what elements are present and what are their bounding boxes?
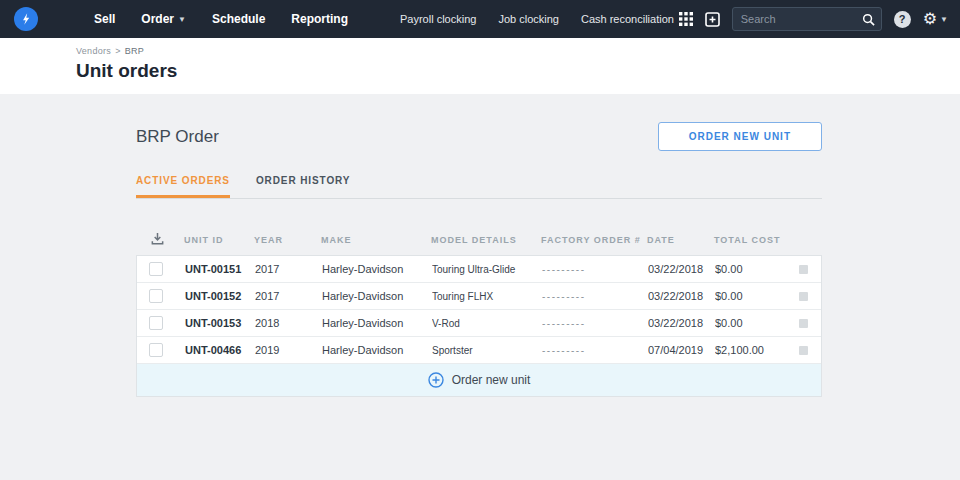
global-search xyxy=(732,7,882,31)
row-checkbox[interactable] xyxy=(149,262,163,276)
section-header: BRP Order ORDER NEW UNIT xyxy=(136,122,822,151)
search-input[interactable] xyxy=(741,13,862,25)
col-model-details: MODEL DETAILS xyxy=(431,235,541,245)
cell-year: 2018 xyxy=(255,317,322,329)
apps-grid-icon[interactable] xyxy=(679,12,693,26)
cell-make: Harley-Davidson xyxy=(322,290,432,302)
quick-add-icon[interactable] xyxy=(705,12,720,27)
table-row: UNT-00152 2017 Harley-Davidson Touring F… xyxy=(137,283,821,310)
order-new-unit-row-label: Order new unit xyxy=(452,373,531,387)
lightning-icon xyxy=(19,12,33,26)
help-label: ? xyxy=(899,13,906,25)
cell-make: Harley-Davidson xyxy=(322,344,432,356)
cell-unit-id[interactable]: UNT-00153 xyxy=(185,317,255,329)
gear-icon: ⚙ xyxy=(923,11,937,27)
row-action-icon[interactable] xyxy=(799,265,808,274)
primary-nav: Sell Order▼ Schedule Reporting xyxy=(94,12,348,26)
nav-item-order-label: Order xyxy=(141,12,174,26)
cell-factory-order: --------- xyxy=(542,264,648,275)
breadcrumb-vendors[interactable]: Vendors xyxy=(76,46,111,56)
cell-model-details: V-Rod xyxy=(432,318,542,329)
help-icon[interactable]: ? xyxy=(894,11,911,28)
navbar-right-tools: ? ⚙ ▼ xyxy=(679,7,948,31)
tab-order-history[interactable]: ORDER HISTORY xyxy=(256,175,351,198)
cell-year: 2017 xyxy=(255,263,322,275)
table-row: UNT-00151 2017 Harley-Davidson Touring U… xyxy=(137,256,821,283)
col-date: DATE xyxy=(647,235,714,245)
row-checkbox[interactable] xyxy=(149,289,163,303)
cell-total-cost: $0.00 xyxy=(715,263,799,275)
cell-unit-id[interactable]: UNT-00151 xyxy=(185,263,255,275)
row-checkbox[interactable] xyxy=(149,316,163,330)
nav-item-payroll-clocking[interactable]: Payroll clocking xyxy=(400,13,476,25)
breadcrumb: Vendors > BRP xyxy=(76,46,960,56)
cell-make: Harley-Davidson xyxy=(322,317,432,329)
cell-factory-order: --------- xyxy=(542,318,648,329)
settings-menu[interactable]: ⚙ ▼ xyxy=(923,11,948,27)
download-button[interactable] xyxy=(136,231,184,250)
cell-total-cost: $0.00 xyxy=(715,317,799,329)
search-icon[interactable] xyxy=(862,13,875,26)
table-row: UNT-00466 2019 Harley-Davidson Sportster… xyxy=(137,337,821,364)
order-new-unit-button[interactable]: ORDER NEW UNIT xyxy=(658,122,822,151)
cell-unit-id[interactable]: UNT-00466 xyxy=(185,344,255,356)
plus-square-glyph xyxy=(705,12,720,27)
cell-make: Harley-Davidson xyxy=(322,263,432,275)
nav-item-order[interactable]: Order▼ xyxy=(141,12,186,26)
nav-item-reporting-label: Reporting xyxy=(291,12,348,26)
download-icon xyxy=(150,231,165,246)
cell-model-details: Sportster xyxy=(432,345,542,356)
cell-date: 03/22/2018 xyxy=(648,263,715,275)
secondary-nav: Payroll clocking Job clocking Cash recon… xyxy=(400,13,674,25)
nav-item-sell[interactable]: Sell xyxy=(94,12,115,26)
nav-item-sell-label: Sell xyxy=(94,12,115,26)
cell-total-cost: $2,100.00 xyxy=(715,344,799,356)
cell-unit-id[interactable]: UNT-00152 xyxy=(185,290,255,302)
cell-total-cost: $0.00 xyxy=(715,290,799,302)
table-header: UNIT ID YEAR MAKE MODEL DETAILS FACTORY … xyxy=(136,225,822,255)
breadcrumb-current[interactable]: BRP xyxy=(125,46,144,56)
grid-glyph xyxy=(679,12,693,26)
col-factory-order: FACTORY ORDER # xyxy=(541,235,647,245)
row-checkbox[interactable] xyxy=(149,343,163,357)
nav-item-reporting[interactable]: Reporting xyxy=(291,12,348,26)
order-new-unit-row[interactable]: Order new unit xyxy=(137,364,821,396)
row-action-icon[interactable] xyxy=(799,346,808,355)
nav-item-schedule-label: Schedule xyxy=(212,12,265,26)
cell-date: 03/22/2018 xyxy=(648,290,715,302)
chevron-down-icon: ▼ xyxy=(178,15,186,24)
main-content: BRP Order ORDER NEW UNIT ACTIVE ORDERS O… xyxy=(0,94,960,397)
cell-date: 07/04/2019 xyxy=(648,344,715,356)
cell-model-details: Touring FLHX xyxy=(432,291,542,302)
nav-item-schedule[interactable]: Schedule xyxy=(212,12,265,26)
col-make: MAKE xyxy=(321,235,431,245)
row-action-icon[interactable] xyxy=(799,292,808,301)
chevron-down-icon: ▼ xyxy=(940,15,948,24)
page-title: Unit orders xyxy=(76,60,960,82)
plus-circle-icon xyxy=(428,372,444,388)
section-title: BRP Order xyxy=(136,127,219,147)
cell-date: 03/22/2018 xyxy=(648,317,715,329)
breadcrumb-separator: > xyxy=(115,46,121,56)
table-row: UNT-00153 2018 Harley-Davidson V-Rod ---… xyxy=(137,310,821,337)
cell-model-details: Touring Ultra-Glide xyxy=(432,264,542,275)
cell-year: 2019 xyxy=(255,344,322,356)
tab-active-orders[interactable]: ACTIVE ORDERS xyxy=(136,175,230,198)
col-year: YEAR xyxy=(254,235,321,245)
page-header: Vendors > BRP Unit orders xyxy=(0,38,960,94)
col-unit-id: UNIT ID xyxy=(184,235,254,245)
nav-item-job-clocking[interactable]: Job clocking xyxy=(498,13,559,25)
nav-item-cash-reconciliation[interactable]: Cash reconciliation xyxy=(581,13,674,25)
cell-factory-order: --------- xyxy=(542,291,648,302)
top-navbar: Sell Order▼ Schedule Reporting Payroll c… xyxy=(0,0,960,38)
app-logo-icon[interactable] xyxy=(14,7,38,31)
row-action-icon[interactable] xyxy=(799,319,808,328)
col-total-cost: TOTAL COST xyxy=(714,235,798,245)
tab-bar: ACTIVE ORDERS ORDER HISTORY xyxy=(136,175,822,199)
cell-factory-order: --------- xyxy=(542,345,648,356)
cell-year: 2017 xyxy=(255,290,322,302)
orders-table: UNT-00151 2017 Harley-Davidson Touring U… xyxy=(136,255,822,397)
